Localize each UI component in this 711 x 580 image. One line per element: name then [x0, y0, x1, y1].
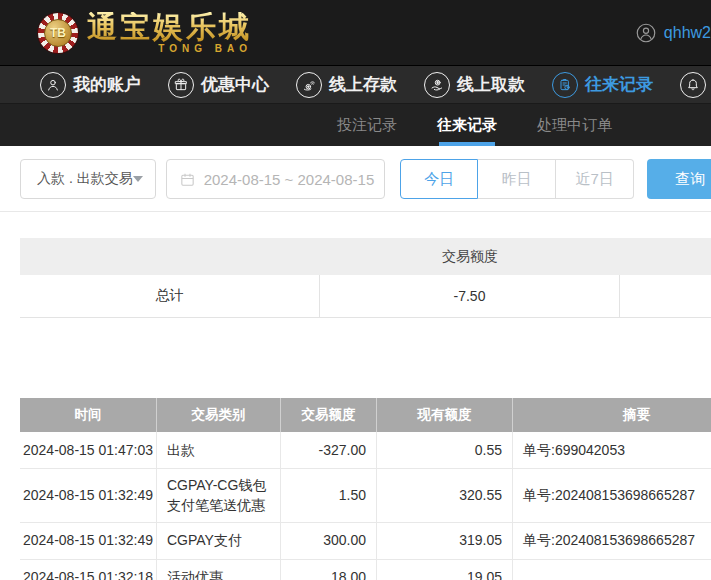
row-type: CGPAY支付	[157, 523, 281, 559]
nav-item-transaction-records[interactable]: 往来记录	[552, 72, 653, 98]
brand-logo[interactable]: TB 通宝娱乐城 TONG BAO	[38, 12, 252, 54]
transactions-table: 时间 交易类别 交易额度 现有额度 摘要 2024-08-15 01:47:03…	[20, 398, 711, 580]
col-balance: 现有额度	[377, 398, 513, 432]
nav-label: 我的账户	[73, 73, 141, 96]
quick-date-group: 今日 昨日 近7日	[401, 159, 634, 199]
table-header-row: 时间 交易类别 交易额度 现有额度 摘要	[20, 398, 711, 432]
chip-monogram: TB	[44, 19, 72, 47]
transaction-type-select[interactable]: 入款 . 出款交易	[20, 159, 156, 199]
row-amount: 1.50	[281, 469, 377, 522]
chevron-down-icon	[133, 176, 143, 182]
row-balance: 320.55	[377, 469, 513, 522]
user-avatar-icon	[636, 23, 656, 43]
search-button[interactable]: 查询	[647, 159, 711, 199]
yesterday-button[interactable]: 昨日	[478, 159, 556, 199]
withdraw-icon	[424, 72, 450, 98]
row-type: 出款	[157, 432, 281, 468]
summary-amount-header: 交易额度	[320, 248, 620, 266]
nav-label: 线上存款	[329, 73, 397, 96]
row-type: CGPAY-CG钱包支付笔笔送优惠	[157, 469, 281, 522]
summary-total-row: 总计 -7.50	[20, 275, 711, 318]
last7days-button[interactable]: 近7日	[556, 159, 634, 199]
page: TB 通宝娱乐城 TONG BAO qhhw2 我的账户	[0, 0, 711, 580]
col-amount: 交易额度	[281, 398, 377, 432]
row-summary: 单号:699042053	[513, 432, 711, 468]
gift-icon	[168, 72, 194, 98]
row-balance: 319.05	[377, 523, 513, 559]
main-nav: 我的账户 优惠中心 线上存款 线上取款 往来记录	[0, 66, 711, 104]
bell-icon	[680, 72, 706, 98]
summary-total-amount: -7.50	[320, 275, 620, 317]
tab-transaction-records[interactable]: 往来记录	[437, 104, 497, 146]
nav-item-messages[interactable]: 信	[680, 72, 711, 98]
active-tab-underline	[439, 142, 495, 146]
col-type: 交易类别	[157, 398, 281, 432]
table-row: 2024-08-15 01:32:49 CGPAY支付 300.00 319.0…	[20, 523, 711, 560]
row-amount: -327.00	[281, 432, 377, 468]
row-balance: 0.55	[377, 432, 513, 468]
top-header: TB 通宝娱乐城 TONG BAO qhhw2	[0, 0, 711, 66]
casino-chip-icon: TB	[38, 13, 78, 53]
selected-type: 入款 . 出款交易	[37, 170, 133, 188]
tab-label: 处理中订单	[537, 116, 612, 135]
row-time: 2024-08-15 01:47:03	[20, 432, 157, 468]
row-type: 活动优惠	[157, 560, 281, 580]
table-row: 2024-08-15 01:47:03 出款 -327.00 0.55 单号:6…	[20, 432, 711, 469]
sub-nav: 投注记录 往来记录 处理中订单	[0, 104, 711, 146]
nav-item-my-account[interactable]: 我的账户	[40, 72, 141, 98]
row-time: 2024-08-15 01:32:49	[20, 469, 157, 522]
row-summary	[513, 560, 711, 580]
records-icon	[552, 72, 578, 98]
row-summary: 单号:202408153698665287	[513, 469, 711, 522]
tab-label: 投注记录	[337, 116, 397, 135]
brand-subtitle: TONG BAO	[87, 44, 252, 54]
date-range-input[interactable]: 2024-08-15 ~ 2024-08-15	[166, 159, 386, 199]
col-time: 时间	[20, 398, 157, 432]
tab-betting-records[interactable]: 投注记录	[337, 104, 397, 146]
summary-table: 交易额度 总计 -7.50	[20, 238, 711, 318]
deposit-icon	[296, 72, 322, 98]
row-time: 2024-08-15 01:32:49	[20, 523, 157, 559]
row-balance: 19.05	[377, 560, 513, 580]
row-amount: 300.00	[281, 523, 377, 559]
nav-item-promotions[interactable]: 优惠中心	[168, 72, 269, 98]
nav-label: 优惠中心	[201, 73, 269, 96]
row-time: 2024-08-15 01:32:18	[20, 560, 157, 580]
nav-item-deposit[interactable]: 线上存款	[296, 72, 397, 98]
filter-bar: 入款 . 出款交易 2024-08-15 ~ 2024-08-15 今日 昨日 …	[0, 146, 711, 212]
date-range-value: 2024-08-15 ~ 2024-08-15	[204, 171, 375, 188]
row-summary: 单号:202408153698665287	[513, 523, 711, 559]
col-summary: 摘要	[513, 398, 711, 432]
brand-title: 通宝娱乐城	[87, 12, 252, 42]
username: qhhw2	[664, 24, 711, 42]
nav-label: 线上取款	[457, 73, 525, 96]
tab-processing-orders[interactable]: 处理中订单	[537, 104, 612, 146]
today-button[interactable]: 今日	[400, 159, 478, 199]
summary-header-row: 交易额度	[20, 238, 711, 275]
tab-label: 往来记录	[437, 116, 497, 135]
table-row: 2024-08-15 01:32:18 活动优惠 18.00 19.05	[20, 560, 711, 580]
nav-label: 往来记录	[585, 73, 653, 96]
row-amount: 18.00	[281, 560, 377, 580]
user-icon	[40, 72, 66, 98]
table-row: 2024-08-15 01:32:49 CGPAY-CG钱包支付笔笔送优惠 1.…	[20, 469, 711, 523]
nav-item-withdraw[interactable]: 线上取款	[424, 72, 525, 98]
calendar-icon	[179, 171, 196, 188]
summary-total-label: 总计	[20, 275, 320, 317]
account-menu[interactable]: qhhw2	[636, 23, 711, 43]
